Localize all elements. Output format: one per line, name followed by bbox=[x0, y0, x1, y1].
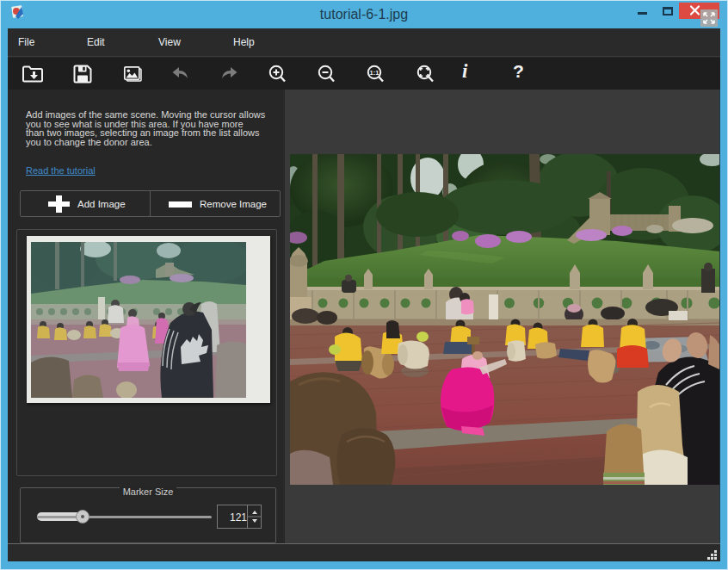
svg-text:1:1: 1:1 bbox=[370, 69, 379, 77]
